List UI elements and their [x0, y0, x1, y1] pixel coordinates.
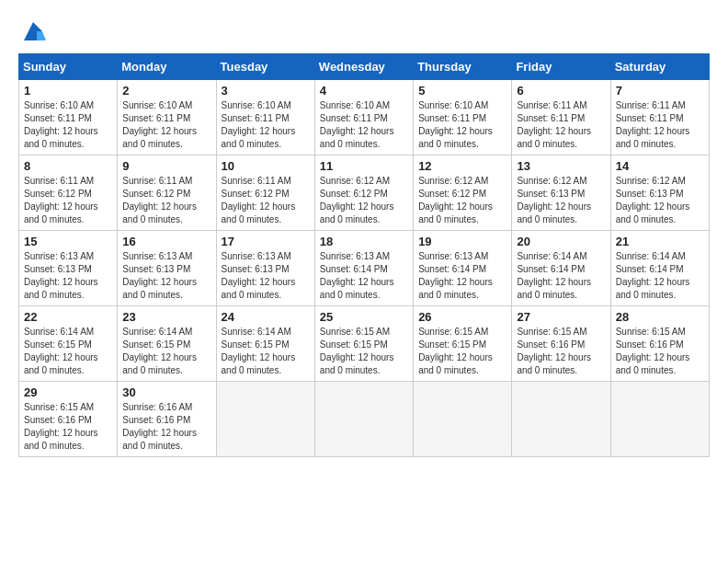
svg-marker-1	[37, 31, 46, 40]
sunrise-label: Sunrise: 6:12 AM	[418, 176, 488, 186]
sunset-label: Sunset: 6:11 PM	[517, 113, 585, 123]
day-info: Sunrise: 6:12 AM Sunset: 6:12 PM Dayligh…	[418, 175, 506, 226]
day-info: Sunrise: 6:13 AM Sunset: 6:14 PM Dayligh…	[418, 250, 506, 302]
sunrise-label: Sunrise: 6:16 AM	[122, 402, 192, 412]
daylight-label: Daylight: 12 hours and 0 minutes.	[122, 126, 197, 149]
day-number: 23	[122, 310, 210, 324]
day-info: Sunrise: 6:10 AM Sunset: 6:11 PM Dayligh…	[122, 99, 210, 151]
day-info: Sunrise: 6:10 AM Sunset: 6:11 PM Dayligh…	[320, 99, 408, 151]
daylight-label: Daylight: 12 hours and 0 minutes.	[222, 126, 296, 149]
header-saturday: Saturday	[610, 54, 709, 80]
sunset-label: Sunset: 6:12 PM	[222, 189, 290, 199]
sunset-label: Sunset: 6:15 PM	[222, 339, 290, 350]
daylight-label: Daylight: 12 hours and 0 minutes.	[222, 277, 296, 300]
sunrise-label: Sunrise: 6:12 AM	[517, 176, 586, 186]
daylight-label: Daylight: 12 hours and 0 minutes.	[616, 352, 690, 375]
calendar-day-cell: 16 Sunrise: 6:13 AM Sunset: 6:13 PM Dayl…	[118, 231, 216, 306]
daylight-label: Daylight: 12 hours and 0 minutes.	[122, 428, 197, 451]
sunset-label: Sunset: 6:16 PM	[122, 415, 190, 425]
daylight-label: Daylight: 12 hours and 0 minutes.	[24, 277, 98, 300]
daylight-label: Daylight: 12 hours and 0 minutes.	[418, 126, 493, 149]
daylight-label: Daylight: 12 hours and 0 minutes.	[24, 126, 98, 149]
day-info: Sunrise: 6:13 AM Sunset: 6:13 PM Dayligh…	[122, 250, 210, 302]
sunrise-label: Sunrise: 6:14 AM	[616, 251, 686, 261]
daylight-label: Daylight: 12 hours and 0 minutes.	[418, 277, 493, 300]
calendar-day-cell: 28 Sunrise: 6:15 AM Sunset: 6:16 PM Dayl…	[610, 306, 709, 382]
daylight-label: Daylight: 12 hours and 0 minutes.	[418, 201, 493, 224]
daylight-label: Daylight: 12 hours and 0 minutes.	[320, 126, 394, 149]
day-number: 19	[418, 235, 506, 248]
sunrise-label: Sunrise: 6:13 AM	[122, 251, 192, 261]
day-number: 21	[616, 235, 704, 248]
sunrise-label: Sunrise: 6:15 AM	[320, 327, 390, 337]
day-info: Sunrise: 6:15 AM Sunset: 6:16 PM Dayligh…	[517, 326, 605, 377]
sunrise-label: Sunrise: 6:14 AM	[24, 327, 94, 337]
sunrise-label: Sunrise: 6:14 AM	[122, 327, 192, 337]
logo-icon	[20, 18, 46, 44]
sunset-label: Sunset: 6:14 PM	[616, 264, 684, 274]
daylight-label: Daylight: 12 hours and 0 minutes.	[320, 201, 394, 224]
sunset-label: Sunset: 6:13 PM	[122, 264, 190, 274]
day-number: 11	[320, 159, 408, 173]
calendar-day-cell: 15 Sunrise: 6:13 AM Sunset: 6:13 PM Dayl…	[19, 231, 118, 306]
header-wednesday: Wednesday	[314, 54, 413, 80]
sunset-label: Sunset: 6:13 PM	[517, 189, 585, 199]
calendar-week-row: 8 Sunrise: 6:11 AM Sunset: 6:12 PM Dayli…	[19, 155, 710, 231]
calendar-day-cell: 24 Sunrise: 6:14 AM Sunset: 6:15 PM Dayl…	[216, 306, 314, 382]
day-number: 1	[24, 84, 112, 98]
day-number: 12	[418, 159, 506, 173]
sunrise-label: Sunrise: 6:14 AM	[517, 251, 586, 261]
daylight-label: Daylight: 12 hours and 0 minutes.	[122, 277, 197, 300]
header-thursday: Thursday	[414, 54, 512, 80]
day-number: 20	[517, 235, 605, 248]
day-number: 8	[24, 159, 112, 173]
sunset-label: Sunset: 6:15 PM	[24, 339, 92, 350]
daylight-label: Daylight: 12 hours and 0 minutes.	[616, 201, 690, 224]
calendar-week-row: 1 Sunrise: 6:10 AM Sunset: 6:11 PM Dayli…	[19, 80, 710, 155]
sunset-label: Sunset: 6:13 PM	[616, 189, 684, 199]
day-info: Sunrise: 6:12 AM Sunset: 6:13 PM Dayligh…	[517, 175, 605, 226]
daylight-label: Daylight: 12 hours and 0 minutes.	[517, 277, 591, 300]
sunrise-label: Sunrise: 6:15 AM	[517, 327, 586, 337]
calendar-day-cell: 9 Sunrise: 6:11 AM Sunset: 6:12 PM Dayli…	[118, 155, 216, 231]
day-info: Sunrise: 6:14 AM Sunset: 6:15 PM Dayligh…	[122, 326, 210, 377]
day-info: Sunrise: 6:11 AM Sunset: 6:12 PM Dayligh…	[222, 175, 310, 226]
calendar-day-cell: 25 Sunrise: 6:15 AM Sunset: 6:15 PM Dayl…	[314, 306, 413, 382]
day-info: Sunrise: 6:10 AM Sunset: 6:11 PM Dayligh…	[24, 99, 112, 151]
calendar-day-cell: 18 Sunrise: 6:13 AM Sunset: 6:14 PM Dayl…	[314, 231, 413, 306]
calendar-day-cell: 14 Sunrise: 6:12 AM Sunset: 6:13 PM Dayl…	[610, 155, 709, 231]
daylight-label: Daylight: 12 hours and 0 minutes.	[222, 352, 296, 375]
day-info: Sunrise: 6:11 AM Sunset: 6:12 PM Dayligh…	[122, 175, 210, 226]
day-info: Sunrise: 6:14 AM Sunset: 6:14 PM Dayligh…	[517, 250, 605, 302]
day-number: 7	[616, 84, 704, 98]
day-info: Sunrise: 6:15 AM Sunset: 6:16 PM Dayligh…	[616, 326, 704, 377]
calendar-day-cell: 2 Sunrise: 6:10 AM Sunset: 6:11 PM Dayli…	[118, 80, 216, 155]
sunset-label: Sunset: 6:13 PM	[222, 264, 290, 274]
day-info: Sunrise: 6:12 AM Sunset: 6:12 PM Dayligh…	[320, 175, 408, 226]
sunrise-label: Sunrise: 6:14 AM	[222, 327, 291, 337]
day-number: 27	[517, 310, 605, 324]
sunrise-label: Sunrise: 6:13 AM	[222, 251, 291, 261]
day-info: Sunrise: 6:14 AM Sunset: 6:15 PM Dayligh…	[222, 326, 310, 377]
sunset-label: Sunset: 6:16 PM	[616, 339, 684, 350]
calendar-day-cell: 22 Sunrise: 6:14 AM Sunset: 6:15 PM Dayl…	[19, 306, 118, 382]
day-number: 18	[320, 235, 408, 248]
calendar-day-cell: 8 Sunrise: 6:11 AM Sunset: 6:12 PM Dayli…	[19, 155, 118, 231]
daylight-label: Daylight: 12 hours and 0 minutes.	[122, 201, 197, 224]
sunrise-label: Sunrise: 6:11 AM	[24, 176, 94, 186]
calendar-day-cell: 4 Sunrise: 6:10 AM Sunset: 6:11 PM Dayli…	[314, 80, 413, 155]
day-number: 13	[517, 159, 605, 173]
calendar-week-row: 29 Sunrise: 6:15 AM Sunset: 6:16 PM Dayl…	[19, 382, 710, 457]
day-info: Sunrise: 6:15 AM Sunset: 6:15 PM Dayligh…	[418, 326, 506, 377]
calendar-day-cell: 12 Sunrise: 6:12 AM Sunset: 6:12 PM Dayl…	[414, 155, 512, 231]
sunrise-label: Sunrise: 6:15 AM	[418, 327, 488, 337]
calendar-day-cell: 26 Sunrise: 6:15 AM Sunset: 6:15 PM Dayl…	[414, 306, 512, 382]
daylight-label: Daylight: 12 hours and 0 minutes.	[122, 352, 197, 375]
day-number: 14	[616, 159, 704, 173]
daylight-label: Daylight: 12 hours and 0 minutes.	[616, 277, 690, 300]
calendar-day-cell	[314, 382, 413, 457]
sunset-label: Sunset: 6:13 PM	[24, 264, 92, 274]
calendar-day-cell	[216, 382, 314, 457]
calendar-day-cell: 10 Sunrise: 6:11 AM Sunset: 6:12 PM Dayl…	[216, 155, 314, 231]
daylight-label: Daylight: 12 hours and 0 minutes.	[320, 352, 394, 375]
